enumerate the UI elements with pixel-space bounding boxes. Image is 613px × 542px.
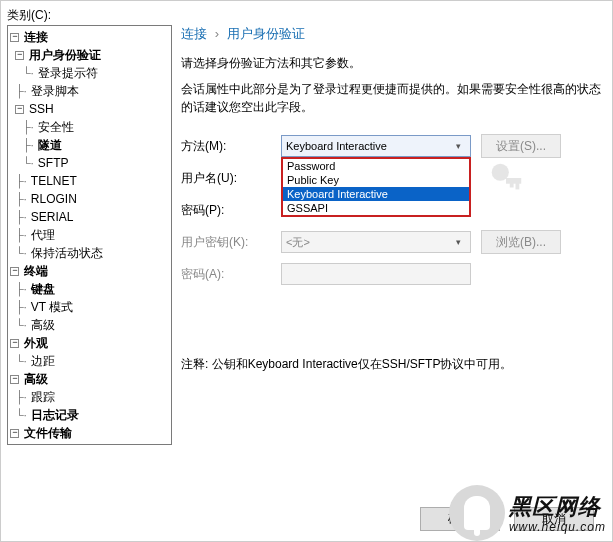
tree-log[interactable]: 日志记录: [29, 406, 81, 424]
tree-serial[interactable]: SERIAL: [29, 208, 76, 226]
expand-icon[interactable]: [10, 33, 19, 42]
dropdown-item[interactable]: Keyboard Interactive: [283, 187, 469, 201]
expand-icon[interactable]: [10, 429, 19, 438]
passphrase-input: [281, 263, 471, 285]
method-selected: Keyboard Interactive: [286, 140, 387, 152]
chevron-down-icon: ▾: [450, 237, 466, 247]
tree-keyboard[interactable]: 键盘: [29, 280, 57, 298]
tree-ssh[interactable]: SSH: [27, 100, 56, 118]
key-icon: [487, 159, 525, 197]
breadcrumb-b: 用户身份验证: [227, 26, 305, 41]
expand-icon[interactable]: [10, 339, 19, 348]
tree-connection[interactable]: 连接: [22, 28, 50, 46]
tree-terminal[interactable]: 终端: [22, 262, 50, 280]
browse-button: 浏览(B)...: [481, 230, 561, 254]
tree-proxy[interactable]: 代理: [29, 226, 57, 244]
tree-appearance[interactable]: 外观: [22, 334, 50, 352]
tree-security[interactable]: 安全性: [36, 118, 76, 136]
expand-icon[interactable]: [15, 105, 24, 114]
dropdown-item[interactable]: Public Key: [283, 173, 469, 187]
tree-xymodem[interactable]: X/YMODEM: [29, 442, 98, 445]
tree-login-prompt[interactable]: 登录提示符: [36, 64, 100, 82]
userkey-value: <无>: [286, 235, 310, 250]
tree-telnet[interactable]: TELNET: [29, 172, 79, 190]
dropdown-item[interactable]: GSSAPI: [283, 201, 469, 215]
chevron-right-icon: ›: [215, 26, 219, 41]
tree-keepalive[interactable]: 保持活动状态: [29, 244, 105, 262]
tree-login-script[interactable]: 登录脚本: [29, 82, 81, 100]
password-label: 密码(P):: [181, 202, 281, 219]
passphrase-label: 密码(A):: [181, 266, 281, 283]
setup-button: 设置(S)...: [481, 134, 561, 158]
username-label: 用户名(U):: [181, 170, 281, 187]
tree-advanced[interactable]: 高级: [22, 370, 50, 388]
tree-tunnel[interactable]: 隧道: [36, 136, 64, 154]
userkey-combo: <无> ▾: [281, 231, 471, 253]
tree-filetransfer[interactable]: 文件传输: [22, 424, 74, 442]
expand-icon[interactable]: [10, 267, 19, 276]
tree-advanced-t[interactable]: 高级: [29, 316, 57, 334]
tree-rlogin[interactable]: RLOGIN: [29, 190, 79, 208]
category-label: 类别(C):: [7, 7, 51, 24]
svg-rect-2: [516, 178, 520, 189]
note-text: 注释: 公钥和Keyboard Interactive仅在SSH/SFTP协议中…: [181, 356, 602, 373]
method-label: 方法(M):: [181, 138, 281, 155]
svg-rect-3: [510, 178, 514, 188]
tree-vtmode[interactable]: VT 模式: [29, 298, 75, 316]
dropdown-item[interactable]: Password: [283, 159, 469, 173]
method-dropdown[interactable]: Password Public Key Keyboard Interactive…: [281, 157, 471, 217]
description-2: 会话属性中此部分是为了登录过程更便捷而提供的。如果需要安全性很高的状态的话建议您…: [181, 80, 602, 116]
description-1: 请选择身份验证方法和其它参数。: [181, 55, 602, 72]
tree-sftp[interactable]: SFTP: [36, 154, 71, 172]
cancel-button[interactable]: 取消: [514, 507, 594, 531]
expand-icon[interactable]: [10, 375, 19, 384]
userkey-label: 用户密钥(K):: [181, 234, 281, 251]
settings-dialog: 类别(C): 连接 用户身份验证 └·登录提示符 ├·登录脚本 SSH ├·安全…: [0, 0, 613, 542]
chevron-down-icon: ▾: [450, 141, 466, 151]
category-tree[interactable]: 连接 用户身份验证 └·登录提示符 ├·登录脚本 SSH ├·安全性 ├·隧道: [7, 25, 172, 445]
method-combo[interactable]: Keyboard Interactive ▾ Password Public K…: [281, 135, 471, 157]
tree-trace[interactable]: 跟踪: [29, 388, 57, 406]
right-panel: 连接 › 用户身份验证 请选择身份验证方法和其它参数。 会话属性中此部分是为了登…: [181, 25, 602, 471]
dialog-footer: 确定 取消: [406, 507, 594, 531]
breadcrumb-a: 连接: [181, 26, 207, 41]
tree-margin[interactable]: 边距: [29, 352, 57, 370]
tree-auth[interactable]: 用户身份验证: [27, 46, 103, 64]
ok-button[interactable]: 确定: [420, 507, 500, 531]
expand-icon[interactable]: [15, 51, 24, 60]
breadcrumb: 连接 › 用户身份验证: [181, 25, 602, 43]
